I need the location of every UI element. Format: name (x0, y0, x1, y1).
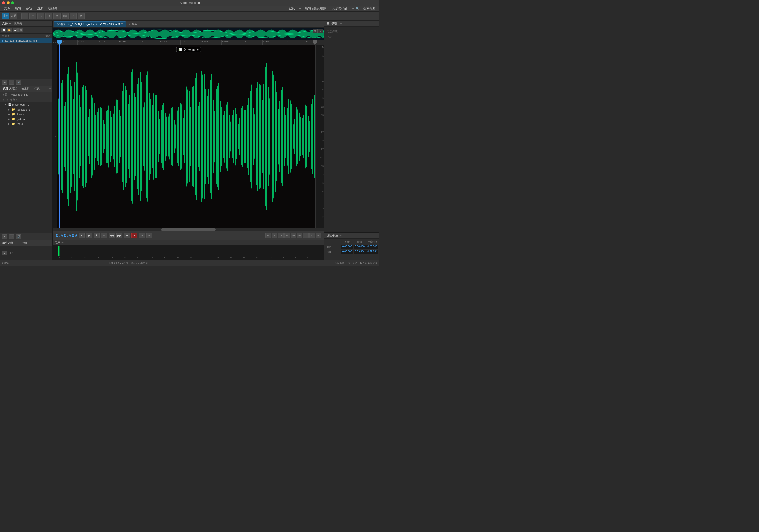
record-btn[interactable]: ● (131, 232, 138, 238)
media-play-btn[interactable]: ▶ (2, 234, 7, 239)
play-btn[interactable]: ▶ (2, 80, 7, 85)
zoom-out-amp[interactable]: ↓⊖ (297, 233, 302, 238)
svg-rect-306 (285, 115, 286, 158)
favorites-label[interactable]: 收藏夹 (14, 21, 22, 25)
svg-rect-43 (87, 96, 87, 177)
view-start[interactable]: 0:00.000 (341, 250, 353, 254)
overview-fit-btn[interactable]: ⊡ (318, 29, 323, 33)
tool-7[interactable]: ≡ (54, 13, 60, 19)
file-save-btn[interactable]: 💾 (13, 28, 18, 32)
menu-multitrack[interactable]: 多轨 (24, 6, 34, 11)
h-scroll-thumb[interactable] (161, 228, 216, 231)
zoom-out-time[interactable]: ⊖ (272, 233, 277, 238)
tool-waveform[interactable]: 波形 (2, 13, 9, 19)
punch-btn[interactable]: ↔ (146, 232, 152, 238)
overview-zoom-btn[interactable]: ⊕ (313, 29, 318, 33)
menu-search-help[interactable]: 搜索帮助 (361, 6, 378, 11)
media-volume-btn[interactable]: 🔊 (16, 234, 21, 239)
file-open-btn[interactable]: 📂 (7, 28, 12, 32)
tree-item-system[interactable]: ▶ 📁 System (0, 116, 53, 121)
svg-rect-227 (225, 99, 226, 174)
svg-rect-121 (146, 84, 146, 189)
media-export-btn[interactable]: ⊔ (9, 234, 14, 239)
menu-radio[interactable]: 无线电作品 (330, 6, 349, 11)
rewind-btn[interactable]: ◀◀ (109, 232, 115, 238)
svg-rect-73 (109, 109, 110, 164)
export-btn[interactable]: ⊔ (9, 80, 14, 85)
menu-default[interactable]: 默认 (287, 6, 297, 11)
maximize-button[interactable] (11, 1, 14, 4)
video-tab[interactable]: 视频 (21, 241, 27, 245)
tab-media-browser[interactable]: 媒体浏览器 (1, 86, 19, 92)
tool-8[interactable]: ⌨ (61, 13, 68, 19)
tool-9[interactable]: ⟲ (69, 13, 77, 19)
zoom-in-time[interactable]: ⊕ (265, 233, 271, 238)
sel-end[interactable]: 0:00.000 (354, 245, 366, 249)
media-section: 媒体浏览器 效果组 标记 ≫ 内容： Macintosh HD ▼ ▼ 名称 ↑ (0, 86, 53, 240)
volume-btn[interactable]: 🔊 (16, 80, 21, 85)
svg-rect-308 (287, 111, 287, 161)
skip-end-btn[interactable]: ⏭ (124, 232, 130, 238)
sel-start[interactable]: 0:00.000 (341, 245, 353, 249)
tree-item-applications[interactable]: ▶ 📁 Applications (0, 107, 53, 112)
minimize-button[interactable] (7, 1, 10, 4)
mixer-tab[interactable]: 混音器 (126, 21, 140, 27)
ruler-mark-3: 0:15.0 (119, 40, 139, 45)
loop-btn[interactable]: ⊔ (139, 232, 145, 238)
tab-markers[interactable]: 标记 (32, 86, 42, 91)
menu-edit[interactable]: 编辑 (13, 6, 23, 11)
tab-effects[interactable]: 效果组 (20, 86, 32, 91)
tool-3[interactable]: ↕ (21, 13, 28, 19)
zoom-in-amp[interactable]: ↑⊕ (291, 233, 296, 238)
tool-10[interactable]: ⟳ (78, 13, 85, 19)
drive-arrow[interactable]: ▼ (2, 99, 5, 101)
svg-rect-263 (253, 100, 253, 173)
h-scrollbar[interactable] (53, 228, 324, 231)
forward-btn[interactable]: ▶▶ (116, 232, 122, 238)
file-new-btn[interactable]: 📄 (1, 28, 6, 32)
menu-favorites[interactable]: 收藏夹 (46, 6, 59, 11)
editor-tab-main[interactable]: 编辑器：tts_12558_lpUvgodLZGqTVnWluZHS.mp3 ☰ (54, 21, 126, 27)
tree-item-library[interactable]: ▶ 📁 Library (0, 112, 53, 116)
tool-multitrack[interactable]: 多轨 (10, 13, 17, 19)
menu-audio-to-video[interactable]: 编辑音频到视频 (303, 6, 328, 11)
tree-item-users[interactable]: ▶ 📁 Users (0, 121, 53, 126)
zoom-full[interactable]: ⊟ (316, 233, 321, 238)
svg-rect-176 (187, 90, 188, 184)
expand-icon[interactable]: ≫ (49, 87, 52, 90)
gain-expand-icon[interactable]: ⊡ (196, 48, 199, 51)
menu-waveform[interactable]: 波形 (35, 6, 45, 11)
drive-arrow2[interactable]: ▼ (6, 99, 9, 101)
gain-overlay[interactable]: 📊 ⏱ +0 dB ⊡ (176, 47, 201, 52)
close-button[interactable] (2, 1, 5, 4)
zoom-reset-amp[interactable]: ⟲ (309, 233, 315, 238)
svg-rect-321 (297, 107, 297, 166)
tool-6[interactable]: R (46, 13, 53, 19)
zoom-sel[interactable]: ⊡ (278, 233, 284, 238)
zoom-out-full[interactable]: ⊞ (284, 233, 290, 238)
files-play-controls: ▶ ⊔ 🔊 (0, 79, 53, 86)
svg-rect-300 (281, 81, 281, 192)
file-item[interactable]: ▶ tts_125_TVnWluZHS.mp3 (0, 38, 53, 43)
view-duration[interactable]: 0:59.884 (366, 250, 379, 254)
sel-duration[interactable]: 0:00.000 (366, 245, 379, 249)
window-controls[interactable] (2, 1, 14, 4)
svg-rect-343 (313, 95, 313, 178)
skip-start-btn[interactable]: ⏮ (101, 232, 107, 238)
file-delete-btn[interactable]: 🗑 (18, 28, 23, 32)
pause-btn[interactable]: ⏸ (94, 232, 100, 238)
tool-5[interactable]: ✂ (37, 13, 44, 19)
menu-file[interactable]: 文件 (2, 6, 12, 11)
tool-4[interactable]: ⊡ (29, 13, 36, 19)
play-btn[interactable]: ▶ (86, 232, 92, 238)
svg-rect-187 (195, 78, 196, 195)
tree-drive[interactable]: ▼ 💾 Macintosh HD (0, 102, 53, 107)
svg-rect-266 (255, 101, 256, 173)
waveform-overview[interactable]: ⊕ ⊡ (53, 28, 324, 40)
history-play-btn[interactable]: ▶ (2, 251, 7, 256)
zoom-fit-amp[interactable]: ↕ (303, 233, 309, 238)
view-end[interactable]: 0:59.884 (354, 250, 366, 254)
waveform-canvas[interactable] (57, 45, 315, 228)
stop-btn[interactable]: ■ (79, 232, 85, 238)
svg-rect-102 (131, 72, 132, 201)
